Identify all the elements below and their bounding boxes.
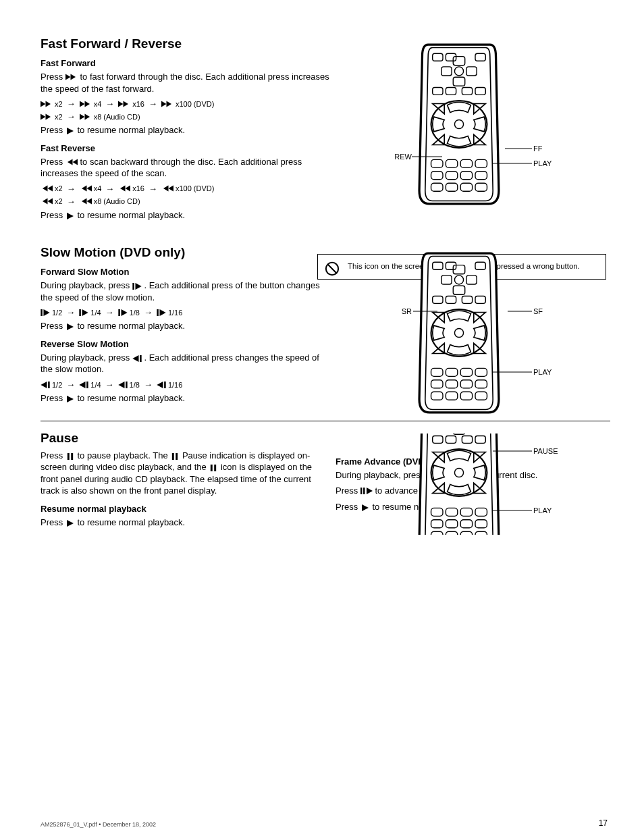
play-icon <box>65 213 75 219</box>
fast-forward-icon <box>80 100 92 108</box>
caption-sf: SF <box>533 307 543 316</box>
pause-icon <box>209 465 218 471</box>
slow-reverse-icon <box>79 382 88 388</box>
caption-ff: FF <box>533 145 542 153</box>
arrow-icon <box>66 307 75 317</box>
text-slow-fwd-resume: Press to resume normal playback. <box>41 320 331 332</box>
subheading-fast-rev: Fast Reverse <box>41 143 331 153</box>
slow-reverse-icon <box>41 382 50 388</box>
arrow-icon <box>144 379 153 390</box>
arrow-icon <box>144 307 153 317</box>
pause-icon <box>65 453 75 460</box>
rewind-icon <box>161 184 173 192</box>
footer-meta: AM252876_01_V.pdf • December 18, 2002 <box>41 821 156 828</box>
remote-illustration-fast <box>405 43 513 207</box>
fast-forward-icon <box>41 113 53 121</box>
caption-sr: SR <box>378 307 412 316</box>
play-icon <box>65 520 75 527</box>
text-slow-rev-1: During playback, press . Each additional… <box>41 352 331 375</box>
arrow-icon <box>67 196 76 207</box>
heading-slow: Slow Motion (DVD only) <box>41 245 331 260</box>
fast-forward-icon <box>80 113 92 121</box>
heading-pause: Pause <box>41 431 610 446</box>
subheading-slow-rev: Reverse Slow Motion <box>41 339 331 349</box>
arrow-icon <box>105 99 114 109</box>
play-icon <box>65 128 75 134</box>
text-fast-rev-1: Press to scan backward through the disc.… <box>41 156 331 180</box>
text-fast-rev-resume: Press to resume normal playback. <box>41 209 331 221</box>
subheading-resume: Resume normal playback <box>41 504 315 514</box>
sequence-slow-fwd: 1/2 1/4 1/8 1/16 <box>41 307 331 317</box>
page-number: 17 <box>599 818 608 828</box>
fast-forward-icon <box>41 100 53 108</box>
remote-illustration-pause <box>405 434 513 535</box>
arrow-icon <box>67 111 76 122</box>
fast-forward-icon <box>65 73 78 81</box>
caption-play: PLAY <box>533 159 552 168</box>
arrow-icon <box>149 99 157 109</box>
arrow-icon <box>105 184 114 194</box>
text-pause-resume: Press to resume normal playback. <box>41 517 315 529</box>
play-icon <box>65 396 75 402</box>
play-icon <box>65 323 75 330</box>
caption-play-slow: PLAY <box>533 368 552 377</box>
rewind-icon <box>80 184 92 192</box>
remote-illustration-slow <box>405 252 513 416</box>
slow-reverse-icon <box>132 355 142 362</box>
slow-forward-icon <box>41 309 50 316</box>
arrow-icon <box>105 307 114 317</box>
rewind-icon <box>41 184 53 192</box>
rewind-icon <box>118 184 130 192</box>
subheading-fast-fwd: Fast Forward <box>41 58 331 68</box>
fast-forward-icon <box>161 100 173 108</box>
heading-fast: Fast Forward / Reverse <box>41 36 331 51</box>
text-pause-1: Press to pause playback. The Pause indic… <box>41 450 315 497</box>
sequence-fast-rev-cd: x2 x8 (Audio CD) <box>41 196 331 207</box>
fast-forward-icon <box>118 100 130 108</box>
text-slow-rev-resume: Press to resume normal playback. <box>41 392 331 404</box>
text-slow-fwd-1: During playback, press . Each additional… <box>41 280 331 303</box>
sequence-fast-rev-dvd: x2 x4 x16 x100 (DVD) <box>41 184 331 194</box>
arrow-icon <box>67 99 76 109</box>
caption-play-pause: PLAY <box>533 506 552 515</box>
caption-pause: PAUSE <box>533 447 558 456</box>
rewind-icon <box>41 197 53 205</box>
text-fast-fwd-1: Press to fast forward through the disc. … <box>41 71 331 95</box>
slow-reverse-icon <box>157 382 166 388</box>
slow-forward-icon <box>132 283 142 290</box>
rewind-icon <box>80 197 92 205</box>
pause-play-icon <box>360 487 373 495</box>
sequence-fast-fwd-cd: x2 x8 (Audio CD) <box>41 111 331 122</box>
caption-rew: REW <box>371 153 412 161</box>
slow-forward-icon <box>118 309 128 316</box>
rewind-icon <box>65 158 78 166</box>
play-icon <box>360 504 370 511</box>
arrow-icon <box>67 184 76 194</box>
sequence-slow-rev: 1/2 1/4 1/8 1/16 <box>41 379 331 390</box>
subheading-slow-fwd: Forward Slow Motion <box>41 267 331 277</box>
arrow-icon <box>105 379 114 390</box>
text-fast-fwd-resume: Press to resume normal playback. <box>41 124 331 136</box>
slow-forward-icon <box>79 309 88 316</box>
arrow-icon <box>66 379 75 390</box>
slow-reverse-icon <box>118 382 128 388</box>
pause-icon <box>170 453 180 460</box>
arrow-icon <box>149 184 157 194</box>
slow-forward-icon <box>157 309 166 316</box>
sequence-fast-fwd-dvd: x2 x4 x16 x100 (DVD) <box>41 99 331 109</box>
